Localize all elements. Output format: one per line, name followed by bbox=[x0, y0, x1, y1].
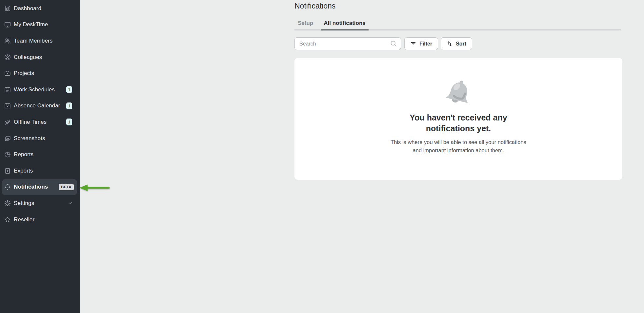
sidebar-item-label: Reports bbox=[14, 151, 33, 158]
tab-setup[interactable]: Setup bbox=[298, 17, 313, 29]
sort-icon bbox=[447, 41, 453, 47]
sidebar-nav: Dashboard My DeskTime Team Members Colle… bbox=[0, 0, 80, 228]
sidebar-item-label: My DeskTime bbox=[14, 21, 48, 28]
dashboard-icon bbox=[4, 5, 11, 12]
sidebar-item-dashboard[interactable]: Dashboard bbox=[2, 0, 77, 17]
sidebar-item-absence-calendar[interactable]: Absence Calendar 1 bbox=[2, 98, 77, 114]
count-badge: 1 bbox=[66, 102, 72, 109]
sidebar-item-label: Colleagues bbox=[14, 54, 42, 61]
sidebar-item-notifications[interactable]: Notifications BETA bbox=[2, 179, 77, 195]
sidebar-item-label: Team Members bbox=[14, 38, 52, 44]
sidebar-item-label: Projects bbox=[14, 70, 34, 77]
page-title: Notifications bbox=[294, 2, 335, 10]
sidebar-item-label: Work Schedules bbox=[14, 86, 55, 93]
pie-chart-icon bbox=[4, 151, 11, 158]
chevron-down-icon[interactable] bbox=[68, 201, 73, 206]
export-icon bbox=[4, 167, 11, 175]
tab-all-notifications[interactable]: All notifications bbox=[321, 17, 369, 30]
notifications-empty-card: You haven't received any notifications y… bbox=[294, 58, 622, 180]
count-badge: 1 bbox=[66, 86, 72, 93]
beta-badge: BETA bbox=[59, 184, 74, 190]
filter-icon bbox=[410, 41, 416, 47]
offline-icon bbox=[4, 119, 11, 126]
count-badge: 1 bbox=[66, 119, 72, 125]
sidebar-item-exports[interactable]: Exports bbox=[2, 163, 77, 179]
sidebar-item-my-desktime[interactable]: My DeskTime bbox=[2, 17, 77, 33]
sidebar-item-reseller[interactable]: Reseller bbox=[2, 212, 77, 228]
sidebar-item-label: Settings bbox=[14, 200, 34, 207]
sidebar-item-label: Absence Calendar bbox=[14, 102, 60, 109]
briefcase-icon bbox=[4, 70, 11, 77]
sidebar-item-settings[interactable]: Settings bbox=[2, 195, 77, 212]
sidebar-item-reports[interactable]: Reports bbox=[2, 146, 77, 163]
sidebar-item-label: Notifications bbox=[14, 184, 48, 190]
filter-button-label: Filter bbox=[419, 41, 432, 47]
sidebar-item-label: Dashboard bbox=[14, 5, 41, 12]
sort-button[interactable]: Sort bbox=[441, 37, 472, 50]
sidebar-item-team-members[interactable]: Team Members bbox=[2, 33, 77, 49]
toolbar: Filter Sort bbox=[294, 37, 472, 50]
search-icon[interactable] bbox=[390, 40, 397, 49]
sidebar: Dashboard My DeskTime Team Members Colle… bbox=[0, 0, 80, 313]
gear-icon bbox=[4, 200, 11, 207]
sidebar-item-colleagues[interactable]: Colleagues bbox=[2, 49, 77, 65]
tab-bar: Setup All notifications bbox=[294, 17, 621, 30]
sidebar-item-label: Offline Times bbox=[14, 119, 47, 125]
sidebar-item-screenshots[interactable]: Screenshots bbox=[2, 130, 77, 147]
sidebar-item-projects[interactable]: Projects bbox=[2, 65, 77, 82]
screenshots-icon bbox=[4, 135, 11, 142]
empty-state-description: This is where you will be able to see al… bbox=[294, 138, 622, 155]
annotation-arrow bbox=[79, 184, 110, 192]
sort-button-label: Sort bbox=[456, 41, 466, 47]
sidebar-item-offline-times[interactable]: Offline Times 1 bbox=[2, 114, 77, 130]
bell-illustration bbox=[443, 78, 473, 110]
filter-button[interactable]: Filter bbox=[404, 37, 438, 50]
sidebar-item-label: Screenshots bbox=[14, 135, 45, 142]
calendar-icon bbox=[4, 86, 11, 93]
sidebar-item-label: Reseller bbox=[14, 216, 34, 223]
monitor-icon bbox=[4, 21, 11, 28]
bell-icon bbox=[4, 183, 11, 191]
sidebar-item-label: Exports bbox=[14, 168, 33, 174]
empty-state-heading: You haven't received any notifications y… bbox=[294, 112, 622, 134]
sidebar-item-work-schedules[interactable]: Work Schedules 1 bbox=[2, 82, 77, 98]
calendar-x-icon bbox=[4, 102, 11, 109]
star-icon bbox=[4, 216, 11, 223]
search-input[interactable] bbox=[294, 37, 401, 50]
people-icon bbox=[4, 37, 11, 45]
search-field-wrap bbox=[294, 37, 401, 50]
person-circle-icon bbox=[4, 54, 11, 61]
